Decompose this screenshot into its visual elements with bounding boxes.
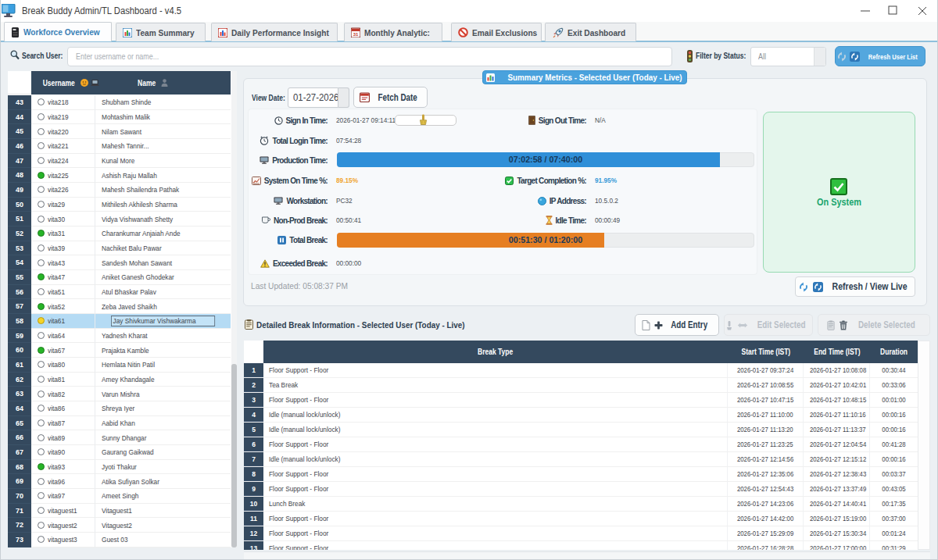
svg-text:31: 31 (353, 32, 359, 37)
